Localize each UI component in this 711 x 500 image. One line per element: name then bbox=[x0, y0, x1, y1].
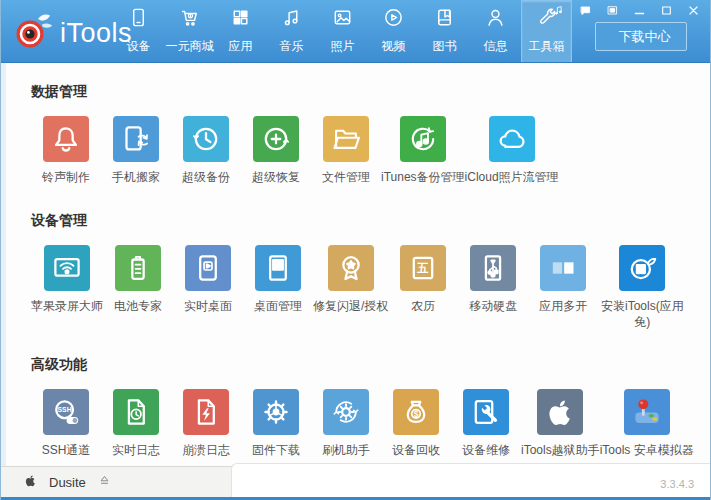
tool-section: 设备管理 苹果录屏大师 电池专家 实时桌面 桌面管理 修复闪退/授权 五 农历 … bbox=[31, 212, 710, 330]
tool-desktop-manage[interactable]: 桌面管理 bbox=[243, 245, 313, 315]
super-restore-icon bbox=[253, 116, 299, 162]
tool-battery[interactable]: 电池专家 bbox=[103, 245, 173, 315]
tool-device-recycle[interactable]: $ 设备回收 bbox=[381, 389, 451, 459]
download-center-label: 下载中心 bbox=[619, 28, 671, 46]
tab-store[interactable]: 一元商城 bbox=[164, 0, 215, 62]
icloud-photo-icon bbox=[489, 116, 535, 162]
tool-install-itools[interactable]: 安装iTools(应用免) bbox=[598, 245, 686, 330]
tab-apps[interactable]: 应用 bbox=[215, 0, 266, 62]
live-log-icon bbox=[113, 389, 159, 435]
tool-super-restore[interactable]: 超级恢复 bbox=[241, 116, 311, 186]
tool-live-log[interactable]: 实时日志 bbox=[101, 389, 171, 459]
screen-record-icon bbox=[44, 245, 90, 291]
ringtone-icon bbox=[43, 116, 89, 162]
svg-text:五: 五 bbox=[417, 262, 430, 274]
skin-icon[interactable] bbox=[606, 4, 619, 17]
tool-grid: SSH SSH通道 实时日志 崩溃日志 固件下载 刷机助手 $ 设备回收 设备维… bbox=[31, 389, 710, 459]
maximize-icon[interactable] bbox=[660, 4, 673, 17]
itools-logo-icon bbox=[13, 10, 53, 56]
firmware-icon bbox=[253, 389, 299, 435]
jailbreak-icon bbox=[537, 389, 583, 435]
tab-music[interactable]: 音乐 bbox=[266, 0, 317, 62]
tab-books[interactable]: 图书 bbox=[419, 0, 470, 62]
desktop-manage-icon bbox=[255, 245, 301, 291]
video-icon bbox=[382, 6, 405, 33]
tool-firmware[interactable]: 固件下载 bbox=[241, 389, 311, 459]
tool-super-backup[interactable]: 超级备份 bbox=[171, 116, 241, 186]
eject-icon[interactable] bbox=[97, 473, 112, 492]
crash-log-icon bbox=[183, 389, 229, 435]
titlebar-controls bbox=[552, 4, 700, 17]
tool-fix-crash[interactable]: 修复闪退/授权 bbox=[313, 245, 388, 315]
version-label: 3.3.4.3 bbox=[660, 478, 694, 490]
battery-icon bbox=[115, 245, 161, 291]
device-name: Dusite bbox=[49, 475, 86, 490]
status-bar: Dusite 3.3.4.3 bbox=[1, 467, 710, 500]
section-title: 设备管理 bbox=[31, 212, 710, 230]
lunar-calendar-icon: 五 bbox=[400, 245, 446, 291]
device-repair-icon bbox=[463, 389, 509, 435]
device-recycle-icon: $ bbox=[393, 389, 439, 435]
device-selector[interactable]: Dusite bbox=[1, 467, 112, 497]
toolbox-content: 数据管理 铃声制作 手机搬家 超级备份 超级恢复 文件管理 iTunes备份管理… bbox=[1, 63, 710, 467]
file-manager-icon bbox=[323, 116, 369, 162]
tool-flash-helper[interactable]: 刷机助手 bbox=[311, 389, 381, 459]
tool-phone-transfer[interactable]: 手机搬家 bbox=[101, 116, 171, 186]
live-desktop-icon bbox=[185, 245, 231, 291]
minimize-icon[interactable] bbox=[633, 4, 646, 17]
tool-usb-disk[interactable]: 移动硬盘 bbox=[458, 245, 528, 315]
feedback-icon[interactable] bbox=[579, 4, 592, 17]
device-icon bbox=[127, 6, 150, 33]
tool-multi-app[interactable]: 应用多开 bbox=[528, 245, 598, 315]
svg-text:SSH: SSH bbox=[58, 407, 72, 414]
store-icon bbox=[178, 6, 201, 33]
photo-icon bbox=[331, 6, 354, 33]
super-backup-icon bbox=[183, 116, 229, 162]
tool-grid: 铃声制作 手机搬家 超级备份 超级恢复 文件管理 iTunes备份管理 iClo… bbox=[31, 116, 710, 186]
main-nav: 设备 一元商城 应用 音乐 照片 视频 图书 信息 工具箱 bbox=[113, 0, 572, 62]
itunes-backup-icon bbox=[400, 116, 446, 162]
header: iTools 设备 一元商城 应用 音乐 照片 视频 图书 信息 工具箱 bbox=[1, 0, 710, 63]
status-panel: 3.3.4.3 bbox=[231, 463, 710, 497]
tool-android-emulator[interactable]: iTools 安卓模拟器 bbox=[600, 389, 694, 459]
apps-icon bbox=[229, 6, 252, 33]
tool-jailbreak[interactable]: iTools越狱助手 bbox=[521, 389, 600, 459]
tool-grid: 苹果录屏大师 电池专家 实时桌面 桌面管理 修复闪退/授权 五 农历 移动硬盘 … bbox=[31, 245, 710, 330]
section-title: 数据管理 bbox=[31, 83, 710, 101]
tool-section: 数据管理 铃声制作 手机搬家 超级备份 超级恢复 文件管理 iTunes备份管理… bbox=[31, 83, 710, 186]
music-mini-icon[interactable] bbox=[552, 4, 565, 17]
install-itools-icon bbox=[619, 245, 665, 291]
tool-file-manager[interactable]: 文件管理 bbox=[311, 116, 381, 186]
tool-section: 高级功能 SSH SSH通道 实时日志 崩溃日志 固件下载 刷机助手 $ 设备回… bbox=[31, 356, 710, 459]
tab-video[interactable]: 视频 bbox=[368, 0, 419, 62]
close-icon[interactable] bbox=[687, 4, 700, 17]
fix-crash-icon bbox=[328, 245, 374, 291]
phone-transfer-icon bbox=[113, 116, 159, 162]
books-icon bbox=[433, 6, 456, 33]
music-icon bbox=[280, 6, 303, 33]
itools-window: iTools 设备 一元商城 应用 音乐 照片 视频 图书 信息 工具箱 bbox=[0, 0, 711, 500]
download-center-button[interactable]: 下载中心 bbox=[595, 22, 687, 51]
section-title: 高级功能 bbox=[31, 356, 710, 374]
tool-ssh[interactable]: SSH SSH通道 bbox=[31, 389, 101, 459]
multi-app-icon bbox=[540, 245, 586, 291]
tool-crash-log[interactable]: 崩溃日志 bbox=[171, 389, 241, 459]
tool-ringtone[interactable]: 铃声制作 bbox=[31, 116, 101, 186]
tab-photo[interactable]: 照片 bbox=[317, 0, 368, 62]
tool-device-repair[interactable]: 设备维修 bbox=[451, 389, 521, 459]
svg-text:$: $ bbox=[414, 409, 419, 419]
android-emulator-icon bbox=[624, 389, 670, 435]
usb-disk-icon bbox=[470, 245, 516, 291]
tool-itunes-backup[interactable]: iTunes备份管理 bbox=[381, 116, 465, 186]
tab-device[interactable]: 设备 bbox=[113, 0, 164, 62]
info-icon bbox=[484, 6, 507, 33]
tool-screen-record[interactable]: 苹果录屏大师 bbox=[31, 245, 103, 315]
tool-lunar-calendar[interactable]: 五 农历 bbox=[388, 245, 458, 315]
flash-helper-icon bbox=[323, 389, 369, 435]
tool-icloud-photo[interactable]: iCloud照片流管理 bbox=[465, 116, 559, 186]
ssh-icon: SSH bbox=[43, 389, 89, 435]
apple-icon bbox=[23, 473, 38, 492]
tab-info[interactable]: 信息 bbox=[470, 0, 521, 62]
tool-live-desktop[interactable]: 实时桌面 bbox=[173, 245, 243, 315]
status-bar-background: Dusite 3.3.4.3 bbox=[1, 466, 710, 497]
